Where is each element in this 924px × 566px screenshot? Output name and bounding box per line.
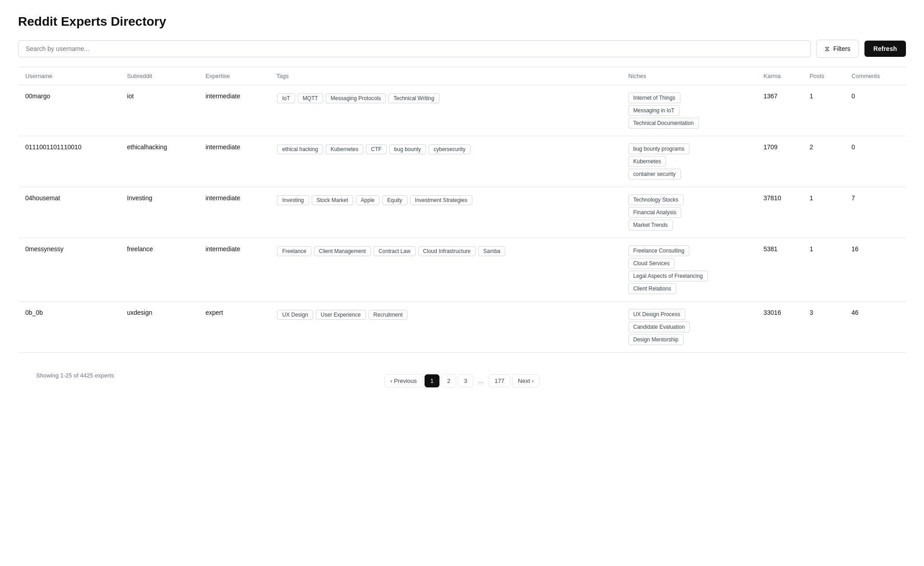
cell-username: 00margo xyxy=(18,85,120,136)
cell-tags: ethical hackingKubernetesCTFbug bountycy… xyxy=(269,136,621,187)
cell-expertise: intermediate xyxy=(198,85,269,136)
next-label: Next xyxy=(518,377,530,384)
next-button[interactable]: Next › xyxy=(512,374,540,387)
cell-expertise: intermediate xyxy=(198,238,269,302)
niche-item[interactable]: Kubernetes xyxy=(628,156,666,167)
cell-karma: 37810 xyxy=(756,187,802,238)
table-row: 0111001101110010ethicalhackingintermedia… xyxy=(18,136,906,187)
cell-posts: 1 xyxy=(802,187,844,238)
cell-tags: IoTMQTTMessaging ProtocolsTechnical Writ… xyxy=(269,85,621,136)
tag-item[interactable]: Samba xyxy=(478,246,505,256)
col-expertise: Expertise xyxy=(198,67,269,85)
page-1-button[interactable]: 1 xyxy=(425,374,439,387)
tag-item[interactable]: Client Management xyxy=(314,246,371,256)
cell-niches: Internet of ThingsMessaging in IoTTechni… xyxy=(621,85,757,136)
niche-item[interactable]: Freelance Consulting xyxy=(628,245,689,256)
pagination: ‹ Previous 1 2 3 ... 177 Next › xyxy=(384,374,540,387)
tag-item[interactable]: UX Design xyxy=(277,310,313,320)
niche-item[interactable]: Financial Analysis xyxy=(628,207,681,218)
tag-item[interactable]: Equity xyxy=(382,195,407,205)
cell-niches: Freelance ConsultingCloud ServicesLegal … xyxy=(621,238,757,302)
tag-item[interactable]: Freelance xyxy=(277,246,311,256)
cell-expertise: intermediate xyxy=(198,187,269,238)
page-2-button[interactable]: 2 xyxy=(441,374,456,387)
tag-item[interactable]: User Experience xyxy=(316,310,366,320)
pagination-wrapper: Showing 1-25 of 4425 experts ‹ Previous … xyxy=(18,364,906,387)
table-row: 0messynessyfreelanceintermediateFreelanc… xyxy=(18,238,906,302)
niche-item[interactable]: bug bounty programs xyxy=(628,143,689,154)
filters-button[interactable]: ⧖ Filters xyxy=(816,40,859,58)
toolbar: ⧖ Filters Refresh xyxy=(18,40,906,58)
prev-button[interactable]: ‹ Previous xyxy=(384,374,423,387)
table-header-row: Username Subreddit Expertise Tags Niches… xyxy=(18,67,906,85)
filters-label: Filters xyxy=(833,45,850,52)
cell-username: 0111001101110010 xyxy=(18,136,120,187)
col-karma: Karma xyxy=(756,67,802,85)
pagination-ellipsis: ... xyxy=(475,375,487,387)
cell-karma: 1367 xyxy=(756,85,802,136)
cell-posts: 3 xyxy=(802,302,844,353)
cell-username: 04housemat xyxy=(18,187,120,238)
cell-subreddit: freelance xyxy=(120,238,199,302)
col-posts: Posts xyxy=(802,67,844,85)
page-3-button[interactable]: 3 xyxy=(458,374,473,387)
cell-subreddit: uxdesign xyxy=(120,302,199,353)
cell-expertise: expert xyxy=(198,302,269,353)
niche-item[interactable]: container security xyxy=(628,169,681,179)
cell-tags: FreelanceClient ManagementContract LawCl… xyxy=(269,238,621,302)
niche-item[interactable]: Technical Documentation xyxy=(628,118,699,129)
niche-item[interactable]: Cloud Services xyxy=(628,258,675,269)
col-comments: Comments xyxy=(844,67,906,85)
refresh-button[interactable]: Refresh xyxy=(864,41,906,57)
tag-item[interactable]: MQTT xyxy=(298,93,323,103)
tag-item[interactable]: Apple xyxy=(356,195,380,205)
niche-item[interactable]: Client Relations xyxy=(628,283,676,294)
cell-posts: 2 xyxy=(802,136,844,187)
tag-item[interactable]: bug bounty xyxy=(389,144,426,154)
niche-item[interactable]: Market Trends xyxy=(628,220,673,230)
cell-tags: UX DesignUser ExperienceRecruitment xyxy=(269,302,621,353)
prev-label: Previous xyxy=(394,377,417,384)
cell-username: 0messynessy xyxy=(18,238,120,302)
cell-karma: 1709 xyxy=(756,136,802,187)
tag-item[interactable]: CTF xyxy=(366,144,386,154)
cell-posts: 1 xyxy=(802,85,844,136)
cell-comments: 0 xyxy=(844,136,906,187)
tag-item[interactable]: cybersecurity xyxy=(429,144,471,154)
tag-item[interactable]: Contract Law xyxy=(374,246,416,256)
tag-item[interactable]: IoT xyxy=(277,93,295,103)
niche-item[interactable]: UX Design Process xyxy=(628,309,685,320)
cell-comments: 7 xyxy=(844,187,906,238)
tag-item[interactable]: Kubernetes xyxy=(326,144,363,154)
tag-item[interactable]: Messaging Protocols xyxy=(326,93,386,103)
niche-item[interactable]: Technology Stocks xyxy=(628,194,684,205)
tag-item[interactable]: Investment Strategies xyxy=(410,195,472,205)
cell-niches: UX Design ProcessCandidate EvaluationDes… xyxy=(621,302,757,353)
pagination-info: Showing 1-25 of 4425 experts xyxy=(36,372,114,379)
cell-karma: 5381 xyxy=(756,238,802,302)
niche-item[interactable]: Internet of Things xyxy=(628,92,680,103)
cell-tags: InvestingStock MarketAppleEquityInvestme… xyxy=(269,187,621,238)
cell-niches: bug bounty programsKubernetescontainer s… xyxy=(621,136,757,187)
table-row: 00margoiotintermediateIoTMQTTMessaging P… xyxy=(18,85,906,136)
cell-comments: 0 xyxy=(844,85,906,136)
niche-item[interactable]: Messaging in IoT xyxy=(628,105,679,116)
col-tags: Tags xyxy=(269,67,621,85)
niche-item[interactable]: Candidate Evaluation xyxy=(628,322,690,332)
page-177-button[interactable]: 177 xyxy=(489,374,510,387)
search-input[interactable] xyxy=(18,40,811,57)
tag-item[interactable]: ethical hacking xyxy=(277,144,323,154)
cell-subreddit: iot xyxy=(120,85,199,136)
niche-item[interactable]: Design Mentorship xyxy=(628,334,684,345)
tag-item[interactable]: Investing xyxy=(277,195,309,205)
cell-comments: 46 xyxy=(844,302,906,353)
tag-item[interactable]: Recruitment xyxy=(369,310,408,320)
niche-item[interactable]: Legal Aspects of Freelancing xyxy=(628,271,708,281)
tag-item[interactable]: Cloud Infrastructure xyxy=(418,246,476,256)
cell-username: 0b_0b xyxy=(18,302,120,353)
cell-karma: 33016 xyxy=(756,302,802,353)
col-niches: Niches xyxy=(621,67,757,85)
tag-item[interactable]: Stock Market xyxy=(312,195,353,205)
tag-item[interactable]: Technical Writing xyxy=(388,93,439,103)
cell-comments: 16 xyxy=(844,238,906,302)
